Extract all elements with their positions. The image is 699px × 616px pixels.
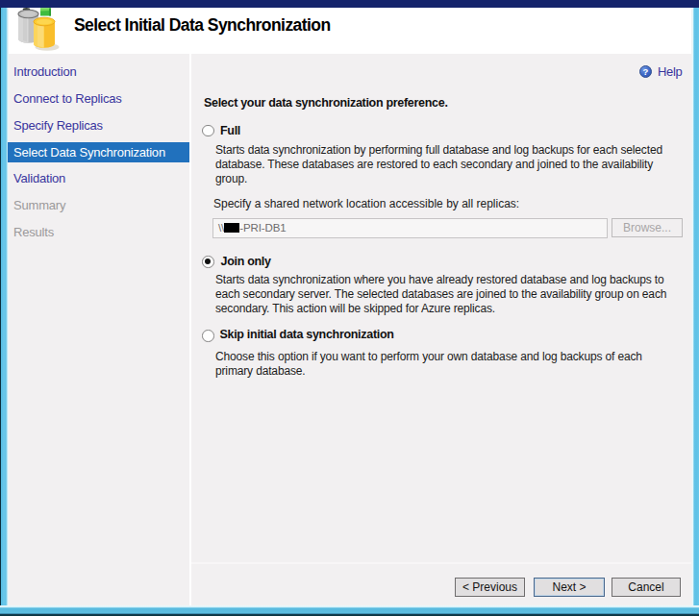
svg-text:?: ?: [643, 66, 649, 77]
